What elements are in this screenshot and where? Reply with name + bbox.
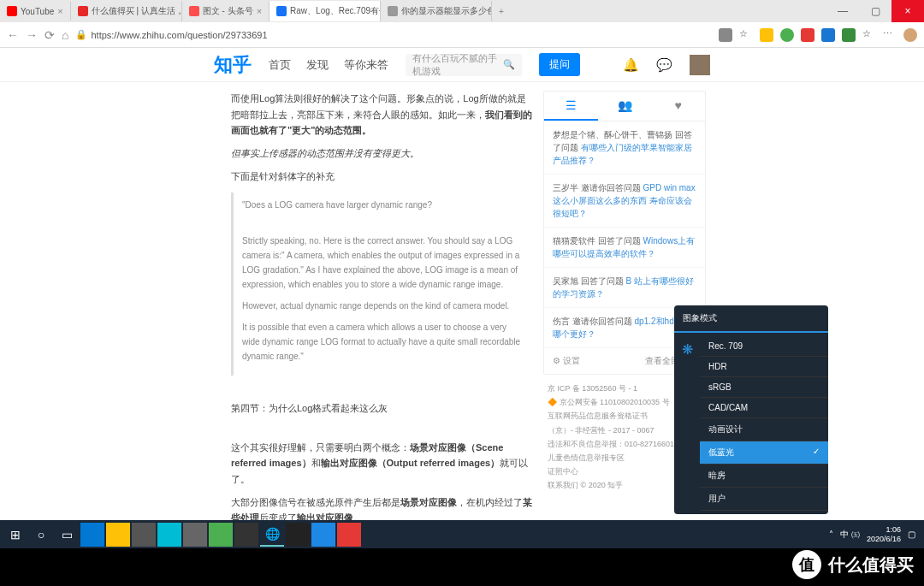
- osd-item[interactable]: 动画设计: [700, 418, 828, 441]
- browser-tab-active[interactable]: Raw、Log、Rec.709有什么区别×: [270, 1, 381, 21]
- message-icon[interactable]: 💬: [656, 57, 672, 73]
- osd-item[interactable]: CAD/CAM: [700, 398, 828, 418]
- osd-item[interactable]: 用户: [700, 488, 828, 511]
- minimize-button[interactable]: —: [826, 0, 859, 22]
- forward-button[interactable]: →: [26, 28, 38, 42]
- osd-item[interactable]: HDR: [700, 357, 828, 377]
- star-icon[interactable]: ☆: [739, 28, 753, 42]
- new-tab-button[interactable]: +: [492, 3, 511, 21]
- ask-button[interactable]: 提问: [539, 53, 580, 76]
- check-icon: ✓: [813, 447, 820, 459]
- taskbar-app[interactable]: [183, 523, 207, 547]
- url-input[interactable]: 🔒https://www.zhihu.com/question/29733691: [75, 29, 712, 40]
- taskbar-app[interactable]: [311, 523, 335, 547]
- taskbar-clock[interactable]: 1:06 2020/6/16: [867, 525, 901, 544]
- maximize-button[interactable]: ▢: [859, 0, 891, 22]
- browser-tab[interactable]: 什么值得买 | 认真生活，好好花×: [71, 1, 182, 21]
- search-input[interactable]: 有什么百玩不腻的手机游戏🔍: [406, 54, 522, 76]
- watermark: 值 什么值得买: [792, 550, 914, 579]
- profile-icon[interactable]: [903, 28, 917, 42]
- ext-icon[interactable]: [821, 28, 835, 42]
- taskbar-app[interactable]: [132, 523, 156, 547]
- page-icon: [388, 6, 398, 16]
- osd-item-active[interactable]: 低蓝光✓: [700, 441, 828, 465]
- home-button[interactable]: ⌂: [62, 28, 68, 42]
- browser-tab[interactable]: 你的显示器能显示多少色彩？| ...×: [381, 1, 492, 21]
- browser-tab[interactable]: YouTube×: [0, 2, 71, 21]
- address-bar: ← → ⟳ ⌂ 🔒https://www.zhihu.com/question/…: [0, 22, 924, 48]
- zhihu-logo[interactable]: 知乎: [214, 52, 252, 78]
- youtube-icon: [7, 6, 17, 16]
- tab-heart[interactable]: ♥: [651, 92, 705, 121]
- gear-icon: ❋: [682, 341, 693, 358]
- ext-icon[interactable]: [842, 28, 856, 42]
- browser-tab-bar: YouTube× 什么值得买 | 认真生活，好好花× 图文 - 头条号× Raw…: [0, 0, 924, 22]
- notification-item[interactable]: 三岁半 邀请你回答问题 GPD win max这么小屏面这么多的东西 寿命应该会…: [544, 175, 705, 228]
- tray-lang[interactable]: 中 ㈤: [840, 529, 860, 541]
- task-view-button[interactable]: ▭: [55, 523, 79, 547]
- avatar[interactable]: [690, 55, 710, 75]
- taskbar-app[interactable]: [157, 523, 181, 547]
- taskbar-app[interactable]: [209, 523, 233, 547]
- osd-item[interactable]: sRGB: [700, 377, 828, 398]
- windows-taskbar: ⊞ ○ ▭ 🌐 ˄ 中 ㈤ 1:06 2020/6/16 ▢: [0, 520, 924, 548]
- monitor-osd-menu: 图象模式 ❋ Rec. 709 HDR sRGB CAD/CAM 动画设计 低蓝…: [674, 305, 828, 514]
- taskbar-app-active[interactable]: 🌐: [260, 523, 284, 547]
- watermark-badge: 值: [792, 550, 821, 579]
- ext-icon[interactable]: [780, 28, 794, 42]
- notification-icon[interactable]: 🔔: [623, 57, 639, 73]
- nav-discover[interactable]: 发现: [306, 57, 329, 73]
- taskbar-app[interactable]: [234, 523, 258, 547]
- taskbar-app[interactable]: [106, 523, 130, 547]
- ext-icon[interactable]: [801, 28, 814, 42]
- blockquote: "Does a LOG camera have larger dynamic r…: [231, 192, 535, 376]
- nav-home[interactable]: 首页: [269, 57, 291, 73]
- refresh-button[interactable]: ⟳: [44, 28, 55, 42]
- search-icon[interactable]: 🔍: [503, 59, 515, 70]
- notification-item[interactable]: 吴家旭 回答了问题 B 站上有哪些很好的学习资源？: [544, 268, 705, 308]
- lock-icon: 🔒: [75, 29, 87, 40]
- zhihu-header: 知乎 首页 发现 等你来答 有什么百玩不腻的手机游戏🔍 提问 🔔 💬: [0, 48, 924, 82]
- ext-icon[interactable]: [719, 28, 732, 42]
- ext-icon[interactable]: [760, 28, 773, 42]
- settings-link[interactable]: ⚙ 设置: [553, 355, 580, 367]
- back-button[interactable]: ←: [7, 28, 19, 42]
- search-button[interactable]: ○: [29, 523, 53, 547]
- notification-item[interactable]: 猫猫爱软件 回答了问题 Windows上有哪些可以提高效率的软件？: [544, 228, 705, 268]
- taskbar-app[interactable]: [337, 523, 361, 547]
- menu-icon[interactable]: ⋯: [883, 28, 897, 42]
- taskbar-app[interactable]: [80, 523, 104, 547]
- nav-answer[interactable]: 等你来答: [344, 57, 388, 73]
- start-button[interactable]: ⊞: [3, 523, 27, 547]
- osd-item[interactable]: 暗房: [700, 465, 828, 488]
- tab-people[interactable]: 👥: [598, 92, 652, 121]
- close-icon[interactable]: ×: [57, 6, 62, 16]
- notification-item[interactable]: 梦想是个猪、酥心饼干、曹锦扬 回答了问题 有哪些入门级的苹果智能家居产品推荐？: [544, 121, 705, 175]
- tab-list[interactable]: ☰: [544, 92, 598, 121]
- osd-title: 图象模式: [674, 305, 828, 333]
- taskbar-app[interactable]: [286, 523, 310, 547]
- zhihu-icon: [276, 6, 287, 16]
- extension-icons: ☆ ☆ ⋯: [719, 28, 917, 42]
- ext-icon[interactable]: ☆: [862, 28, 876, 42]
- browser-tab[interactable]: 图文 - 头条号×: [182, 1, 270, 21]
- notification-center-icon[interactable]: ▢: [908, 530, 915, 539]
- toutiao-icon: [189, 6, 199, 16]
- tray-chevron[interactable]: ˄: [829, 530, 833, 539]
- close-icon[interactable]: ×: [257, 6, 262, 16]
- close-window-button[interactable]: ×: [891, 0, 924, 22]
- osd-item[interactable]: Rec. 709: [700, 336, 828, 357]
- article-content: 而使用Log算法则很好的解决了这个问题。形象点的说，Log所做的就是把暗部拉上去…: [231, 91, 535, 520]
- smzdm-icon: [78, 6, 88, 16]
